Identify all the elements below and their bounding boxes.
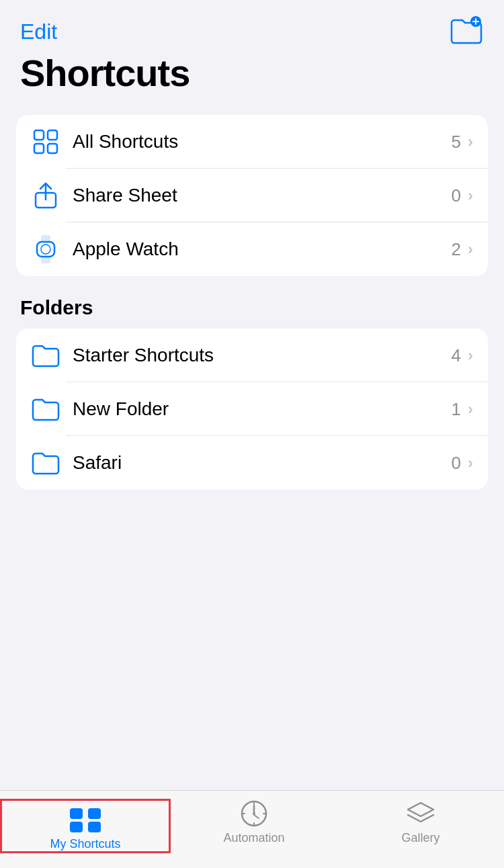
svg-rect-5 [34, 144, 44, 153]
svg-rect-11 [42, 257, 50, 263]
folders-section-title: Folders [0, 296, 504, 319]
header-top: Edit [20, 9, 484, 47]
safari-chevron: › [468, 453, 473, 472]
new-folder-button[interactable] [449, 16, 484, 47]
all-shortcuts-chevron: › [468, 132, 473, 151]
starter-shortcuts-chevron: › [468, 346, 473, 365]
svg-line-20 [254, 815, 259, 818]
new-folder-label: New Folder [73, 398, 452, 420]
page-title: Shortcuts [20, 51, 484, 95]
gallery-tab-icon [404, 800, 437, 827]
new-folder-folder-icon [31, 394, 60, 424]
all-shortcuts-count: 5 [452, 132, 461, 153]
new-folder-chevron: › [468, 400, 473, 419]
apple-watch-chevron: › [468, 240, 473, 259]
watch-icon [31, 234, 60, 264]
svg-rect-13 [70, 808, 83, 819]
svg-rect-16 [88, 822, 101, 832]
new-folder-count: 1 [452, 399, 461, 420]
new-folder-icon [449, 16, 484, 47]
apple-watch-label: Apple Watch [73, 238, 452, 260]
header: Edit Shortcuts [0, 0, 504, 95]
tab-bar: My Shortcuts Automation [0, 790, 504, 868]
tab-automation[interactable]: Automation [171, 800, 337, 845]
folders-card: Starter Shortcuts 4 › New Folder 1 › Saf… [16, 329, 488, 490]
share-sheet-chevron: › [468, 186, 473, 205]
share-sheet-count: 0 [452, 185, 461, 206]
automation-tab-label: Automation [223, 831, 284, 845]
safari-item[interactable]: Safari 0 › [16, 436, 488, 490]
my-shortcuts-tab-label: My Shortcuts [50, 837, 120, 851]
all-shortcuts-item[interactable]: All Shortcuts 5 › [16, 115, 488, 169]
automation-tab-icon [237, 800, 271, 827]
tab-my-shortcuts[interactable]: My Shortcuts [0, 799, 171, 853]
safari-folder-icon [31, 448, 60, 478]
all-shortcuts-label: All Shortcuts [73, 131, 452, 153]
svg-rect-15 [70, 822, 83, 832]
edit-button[interactable]: Edit [20, 19, 57, 44]
svg-rect-6 [48, 144, 57, 153]
safari-label: Safari [73, 452, 452, 474]
share-icon [31, 181, 60, 210]
svg-rect-4 [48, 130, 57, 140]
new-folder-item[interactable]: New Folder 1 › [16, 382, 488, 436]
share-sheet-label: Share Sheet [73, 185, 452, 206]
svg-rect-3 [34, 130, 44, 140]
apple-watch-count: 2 [452, 239, 461, 260]
share-sheet-item[interactable]: Share Sheet 0 › [16, 169, 488, 222]
svg-point-12 [41, 245, 50, 254]
starter-shortcuts-label: Starter Shortcuts [73, 345, 452, 366]
starter-shortcuts-item[interactable]: Starter Shortcuts 4 › [16, 329, 488, 382]
apple-watch-item[interactable]: Apple Watch 2 › [16, 222, 488, 276]
tab-gallery[interactable]: Gallery [337, 800, 504, 845]
svg-rect-14 [88, 808, 101, 819]
shortcuts-card: All Shortcuts 5 › Share Sheet 0 › [16, 115, 488, 276]
grid-icon [31, 127, 60, 157]
starter-shortcuts-count: 4 [452, 345, 461, 366]
svg-rect-9 [42, 235, 50, 242]
starter-shortcuts-folder-icon [31, 341, 60, 370]
gallery-tab-label: Gallery [401, 831, 439, 845]
my-shortcuts-tab-icon [69, 806, 102, 833]
safari-count: 0 [452, 453, 461, 474]
